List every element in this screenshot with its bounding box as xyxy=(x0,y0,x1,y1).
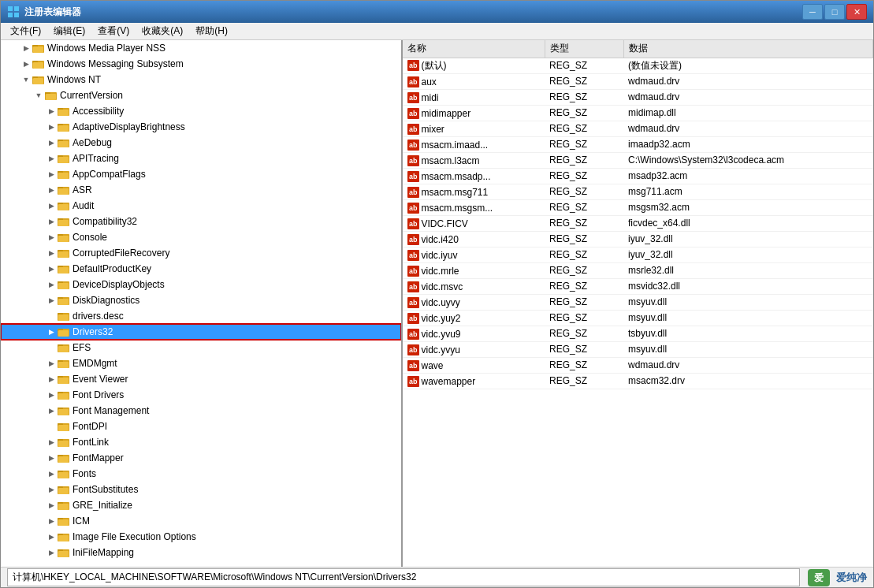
expander-event-viewer[interactable]: ▶ xyxy=(45,373,58,385)
label-corrupted: CorruptedFileRecovery xyxy=(73,247,169,259)
expander-apitracing[interactable]: ▶ xyxy=(45,152,58,165)
tree-item-adaptive-display[interactable]: ▶ AdaptiveDisplayBrightness xyxy=(1,119,401,135)
tree-item-device-display[interactable]: ▶ DeviceDisplayObjects xyxy=(1,277,401,292)
svg-rect-60 xyxy=(58,330,69,337)
expander-device-display[interactable]: ▶ xyxy=(45,278,58,291)
expander-console[interactable]: ▶ xyxy=(45,231,58,244)
expander-emdmgmt[interactable]: ▶ xyxy=(45,357,58,370)
tree-item-image-file[interactable]: ▶ Image File Execution Options xyxy=(1,529,401,545)
menu-file[interactable]: 文件(F) xyxy=(4,23,47,39)
expander-font-sub[interactable]: ▶ xyxy=(45,483,58,496)
expander-default-product[interactable]: ▶ xyxy=(45,262,58,275)
tree-item-fonts[interactable]: ▶ Fonts xyxy=(1,466,401,482)
expander-accessibility[interactable]: ▶ xyxy=(45,105,58,117)
tree-item-font-drivers[interactable]: ▶ Font Drivers xyxy=(1,387,401,403)
tree-item-fontdpi[interactable]: ▶ FontDPI xyxy=(1,419,401,434)
expander-adaptive-display[interactable]: ▶ xyxy=(45,121,58,133)
table-row[interactable]: ab msacm.msadp...REG_SZmsadp32.acm xyxy=(403,168,873,184)
table-row[interactable]: ab msacm.msgsm...REG_SZmsgsm32.acm xyxy=(403,199,873,215)
expander-asr[interactable]: ▶ xyxy=(45,184,58,196)
table-row[interactable]: ab midimapperREG_SZmidimap.dll xyxy=(403,105,873,121)
table-row[interactable]: ab vidc.mrleREG_SZmsrle32.dll xyxy=(403,262,873,278)
expander-icm[interactable]: ▶ xyxy=(45,515,58,527)
expander-audit[interactable]: ▶ xyxy=(45,199,58,212)
tree-item-appcompat[interactable]: ▶ AppCompatFlags xyxy=(1,166,401,182)
tree-item-font-sub[interactable]: ▶ FontSubstitutes xyxy=(1,482,401,497)
table-row[interactable]: ab waveREG_SZwdmaud.drv xyxy=(403,357,873,373)
tree-item-default-product[interactable]: ▶ DefaultProductKey xyxy=(1,261,401,277)
value-name: ab (默认) xyxy=(403,58,545,73)
expander-windows-nt[interactable]: ▼ xyxy=(20,73,32,86)
value-name: ab vidc.msvc xyxy=(403,278,545,294)
expander-fontlink[interactable]: ▶ xyxy=(45,436,58,448)
tree-item-audit[interactable]: ▶ Audit xyxy=(1,198,401,214)
table-row[interactable]: ab vidc.iyuvREG_SZiyuv_32.dll xyxy=(403,247,873,262)
close-button[interactable]: ✕ xyxy=(846,4,867,20)
svg-rect-27 xyxy=(58,157,69,163)
tree-item-efs[interactable]: ▶ EFS xyxy=(1,340,401,355)
expander-gre-init[interactable]: ▶ xyxy=(45,499,58,512)
expander-drivers32[interactable]: ▶ xyxy=(45,326,58,338)
expander-appcompat[interactable]: ▶ xyxy=(45,168,58,180)
table-row[interactable]: ab vidc.i420REG_SZiyuv_32.dll xyxy=(403,231,873,247)
tree-item-fontmapper[interactable]: ▶ FontMapper xyxy=(1,450,401,466)
expander-aedebug[interactable]: ▶ xyxy=(45,136,58,149)
expander-font-drivers[interactable]: ▶ xyxy=(45,389,58,401)
expander-compat32[interactable]: ▶ xyxy=(45,215,58,228)
tree-item-corrupted[interactable]: ▶ CorruptedFileRecovery xyxy=(1,245,401,261)
minimize-button[interactable]: ─ xyxy=(802,4,823,20)
expander-corrupted[interactable]: ▶ xyxy=(45,247,58,259)
tree-item-fontlink[interactable]: ▶ FontLink xyxy=(1,434,401,450)
expander-current-version[interactable]: ▼ xyxy=(32,89,45,102)
tree-item-font-mgmt[interactable]: ▶ Font Management xyxy=(1,403,401,419)
table-row[interactable]: ab mixerREG_SZwdmaud.drv xyxy=(403,121,873,136)
table-row[interactable]: ab vidc.yvyuREG_SZmsyuv.dll xyxy=(403,341,873,357)
tree-item-drivers32[interactable]: ▶ Drivers32 xyxy=(1,324,401,340)
svg-rect-99 xyxy=(58,535,69,541)
tree-item-emdmgmt[interactable]: ▶ EMDMgmt xyxy=(1,355,401,371)
tree-item-media-player-nss[interactable]: ▶ Windows Media Player NSS xyxy=(1,40,401,56)
tree-item-accessibility[interactable]: ▶ Accessibility xyxy=(1,103,401,119)
menu-favorites[interactable]: 收藏夹(A) xyxy=(136,23,189,39)
maximize-button[interactable]: □ xyxy=(824,4,845,20)
tree-item-drivers-desc[interactable]: ▶ drivers.desc xyxy=(1,308,401,324)
expander-ini-mapping[interactable]: ▶ xyxy=(45,546,58,559)
table-row[interactable]: ab wavemapperREG_SZmsacm32.drv xyxy=(403,373,873,389)
tree-item-windows-nt[interactable]: ▼ Windows NT xyxy=(1,72,401,87)
tree-item-icm[interactable]: ▶ ICM xyxy=(1,513,401,529)
table-row[interactable]: ab msacm.imaad...REG_SZimaadp32.acm xyxy=(403,136,873,152)
menu-help[interactable]: 帮助(H) xyxy=(189,23,234,39)
tree-item-event-viewer[interactable]: ▶ Event Viewer xyxy=(1,371,401,387)
expander-fontmapper[interactable]: ▶ xyxy=(45,452,58,464)
table-row[interactable]: ab vidc.yvu9REG_SZtsbyuv.dll xyxy=(403,326,873,341)
tree-item-asr[interactable]: ▶ ASR xyxy=(1,182,401,198)
value-name: ab vidc.i420 xyxy=(403,231,545,247)
menu-edit[interactable]: 编辑(E) xyxy=(47,23,91,39)
table-row[interactable]: ab midiREG_SZwdmaud.drv xyxy=(403,89,873,105)
tree-item-ini-mapping[interactable]: ▶ IniFileMapping xyxy=(1,545,401,560)
folder-icon-aedebug xyxy=(58,137,70,148)
table-row[interactable]: ab vidc.msvcREG_SZmsvidc32.dll xyxy=(403,278,873,294)
expander-fonts[interactable]: ▶ xyxy=(45,467,58,480)
tree-item-disk-diag[interactable]: ▶ DiskDiagnostics xyxy=(1,292,401,308)
table-row[interactable]: ab auxREG_SZwdmaud.drv xyxy=(403,73,873,89)
tree-item-apitracing[interactable]: ▶ APITracing xyxy=(1,151,401,166)
expander-messaging[interactable]: ▶ xyxy=(20,58,32,70)
table-row[interactable]: ab msacm.l3acmREG_SZC:\Windows\System32\… xyxy=(403,152,873,168)
table-row[interactable]: ab VIDC.FICVREG_SZficvdec_x64.dll xyxy=(403,215,873,231)
tree-item-console[interactable]: ▶ Console xyxy=(1,229,401,245)
table-row[interactable]: ab (默认)REG_SZ(数值未设置) xyxy=(403,58,873,73)
tree-item-aedebug[interactable]: ▶ AeDebug xyxy=(1,135,401,151)
table-row[interactable]: ab vidc.uyvyREG_SZmsyuv.dll xyxy=(403,294,873,310)
tree-item-compat32[interactable]: ▶ Compatibility32 xyxy=(1,214,401,229)
expander-disk-diag[interactable]: ▶ xyxy=(45,294,58,307)
expander-image-file[interactable]: ▶ xyxy=(45,530,58,543)
expander-font-mgmt[interactable]: ▶ xyxy=(45,404,58,417)
table-row[interactable]: ab vidc.yuy2REG_SZmsyuv.dll xyxy=(403,310,873,326)
table-row[interactable]: ab msacm.msg711REG_SZmsg711.acm xyxy=(403,184,873,199)
expander-media-player-nss[interactable]: ▶ xyxy=(20,42,32,54)
tree-item-messaging-subsystem[interactable]: ▶ Windows Messaging Subsystem xyxy=(1,56,401,72)
tree-item-current-version[interactable]: ▼ CurrentVersion xyxy=(1,87,401,103)
tree-item-gre-init[interactable]: ▶ GRE_Initialize xyxy=(1,497,401,513)
menu-view[interactable]: 查看(V) xyxy=(91,23,136,39)
